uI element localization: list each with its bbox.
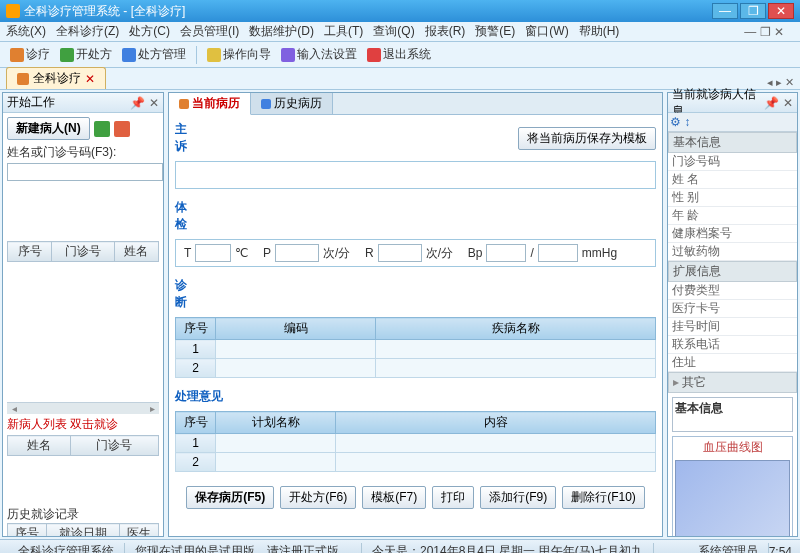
prop-healthno: 健康档案号 — [668, 225, 797, 243]
template-button[interactable]: 模板(F7) — [362, 486, 426, 509]
search-input[interactable] — [7, 163, 163, 181]
window-title: 全科诊疗管理系统 - [全科诊疗] — [24, 3, 185, 20]
print-button[interactable]: 打印 — [432, 486, 474, 509]
maximize-button[interactable]: ❐ — [740, 3, 766, 19]
scroll-left-icon[interactable]: ◂ — [7, 403, 21, 414]
prop-gender: 性 别 — [668, 189, 797, 207]
diagnosis-label: 诊 断 — [175, 277, 245, 311]
add-row-button[interactable]: 添加行(F9) — [480, 486, 556, 509]
status-today: 今天是：2014年8月4日 星期一 甲午年(马)七月初九 — [362, 543, 654, 553]
tb-exit[interactable]: 退出系统 — [363, 45, 435, 64]
toolbar: 诊疗 开处方 处方管理 操作向导 输入法设置 退出系统 — [0, 42, 800, 68]
left-panel: 开始工作 📌 ✕ 新建病人(N) 姓名或门诊号码(F3): 开始查找 序号门诊号… — [2, 92, 164, 537]
close-button[interactable]: ✕ — [768, 3, 794, 19]
minimize-button[interactable]: — — [712, 3, 738, 19]
prop-age: 年 龄 — [668, 207, 797, 225]
save-as-template-button[interactable]: 将当前病历保存为模板 — [518, 127, 656, 150]
tab-close-icon[interactable]: ✕ — [85, 72, 95, 86]
center-panel: 当前病历 历史病历 主 诉 将当前病历保存为模板 体 检 T℃ P次/分 R次/… — [168, 92, 663, 537]
right-panel: 当前就诊病人信息 📌 ✕ ⚙ ↕ 基本信息 门诊号码 姓 名 性 别 年 龄 健… — [667, 92, 798, 537]
chief-complaint-box[interactable] — [175, 161, 656, 189]
prop-allergy: 过敏药物 — [668, 243, 797, 261]
menu-clinic[interactable]: 全科诊疗(Z) — [56, 23, 119, 40]
new-patient-button[interactable]: 新建病人(N) — [7, 117, 90, 140]
status-user: 系统管理员 — [688, 543, 769, 553]
status-time: 7:54 — [769, 545, 792, 554]
menu-help[interactable]: 帮助(H) — [579, 23, 620, 40]
tab-icon — [17, 73, 29, 85]
mdi-controls[interactable]: — ❐ ✕ — [744, 25, 784, 39]
orange-tool-icon[interactable] — [114, 121, 130, 137]
tab-current-record[interactable]: 当前病历 — [169, 93, 251, 115]
app-icon — [6, 4, 20, 18]
bp-sys-input[interactable] — [486, 244, 526, 262]
plan-label: 处理意见 — [175, 388, 245, 405]
panel-close-icon[interactable]: ✕ — [149, 96, 159, 110]
diagnosis-table[interactable]: 序号编码疾病名称 1 2 — [175, 317, 656, 378]
menu-window[interactable]: 窗口(W) — [525, 23, 568, 40]
delete-row-button[interactable]: 删除行(F10) — [562, 486, 645, 509]
pin-icon[interactable]: 📌 — [764, 96, 779, 110]
tb-rxmgr[interactable]: 处方管理 — [118, 45, 190, 64]
tab-history-record[interactable]: 历史病历 — [251, 93, 333, 114]
panel-close-icon[interactable]: ✕ — [783, 96, 793, 110]
save-record-button[interactable]: 保存病历(F5) — [186, 486, 274, 509]
patient-top-grid[interactable]: 序号门诊号姓名 — [7, 241, 159, 262]
wizard-icon — [207, 48, 221, 62]
menu-system[interactable]: 系统(X) — [6, 23, 46, 40]
tb-newrx[interactable]: 开处方 — [56, 45, 116, 64]
open-rx-button[interactable]: 开处方(F6) — [280, 486, 356, 509]
bp-chart: 血压曲线图 0 0:00 血压 体温 — [672, 436, 793, 536]
tab-icon — [261, 99, 271, 109]
menu-query[interactable]: 查询(Q) — [373, 23, 414, 40]
prop-regtime: 挂号时间 — [668, 318, 797, 336]
prop-visitno: 门诊号码 — [668, 153, 797, 171]
prop-toolbar-icon[interactable]: ⚙ ↕ — [670, 115, 690, 129]
vitals-box: T℃ P次/分 R次/分 Bp/mmHg — [175, 239, 656, 267]
cat-basic[interactable]: 基本信息 — [668, 132, 797, 153]
pin-icon[interactable]: 📌 — [130, 96, 145, 110]
ime-icon — [281, 48, 295, 62]
resp-input[interactable] — [378, 244, 422, 262]
menubar: 系统(X) 全科诊疗(Z) 处方(C) 会员管理(I) 数据维护(D) 工具(T… — [0, 22, 800, 42]
menu-tools[interactable]: 工具(T) — [324, 23, 363, 40]
scroll-right-icon[interactable]: ▸ — [145, 403, 159, 414]
action-bar: 保存病历(F5) 开处方(F6) 模板(F7) 打印 添加行(F9) 删除行(F… — [175, 482, 656, 513]
menu-member[interactable]: 会员管理(I) — [180, 23, 239, 40]
prop-paytype: 付费类型 — [668, 282, 797, 300]
bp-dia-input[interactable] — [538, 244, 578, 262]
cat-other[interactable]: 其它 — [668, 372, 797, 393]
menu-report[interactable]: 报表(R) — [425, 23, 466, 40]
tab-scroll-controls[interactable]: ◂ ▸ ✕ — [767, 76, 794, 89]
tb-ime[interactable]: 输入法设置 — [277, 45, 361, 64]
status-app: 全科诊疗管理系统 — [8, 543, 125, 553]
new-patient-list-title: 新病人列表 双击就诊 — [7, 416, 159, 433]
new-patient-grid[interactable]: 姓名门诊号 — [7, 435, 159, 456]
menu-prescription[interactable]: 处方(C) — [129, 23, 170, 40]
basic-info-box: 基本信息 — [672, 397, 793, 432]
history-grid[interactable]: 序号就诊日期医生 — [7, 523, 159, 536]
temp-input[interactable] — [195, 244, 231, 262]
tb-wizard[interactable]: 操作向导 — [203, 45, 275, 64]
tb-clinic[interactable]: 诊疗 — [6, 45, 54, 64]
statusbar: 全科诊疗管理系统 您现在试用的是试用版，请注册正式版。 今天是：2014年8月4… — [0, 539, 800, 553]
prop-cardno: 医疗卡号 — [668, 300, 797, 318]
menu-data[interactable]: 数据维护(D) — [249, 23, 314, 40]
doc-tab-clinic[interactable]: 全科诊疗 ✕ — [6, 67, 106, 89]
status-trial: 您现在试用的是试用版，请注册正式版。 — [125, 543, 362, 553]
green-tool-icon[interactable] — [94, 121, 110, 137]
prop-name: 姓 名 — [668, 171, 797, 189]
chart-area: 0 — [675, 460, 790, 536]
plan-table[interactable]: 序号计划名称内容 1 2 — [175, 411, 656, 472]
exit-icon — [367, 48, 381, 62]
prop-phone: 联系电话 — [668, 336, 797, 354]
cat-ext[interactable]: 扩展信息 — [668, 261, 797, 282]
chief-complaint-label: 主 诉 — [175, 121, 245, 155]
pulse-input[interactable] — [275, 244, 319, 262]
search-hint: 姓名或门诊号码(F3): — [7, 144, 159, 161]
clinic-icon — [10, 48, 24, 62]
left-title: 开始工作 — [7, 94, 55, 111]
rxmgr-icon — [122, 48, 136, 62]
menu-alert[interactable]: 预警(E) — [475, 23, 515, 40]
prop-address: 住址 — [668, 354, 797, 372]
